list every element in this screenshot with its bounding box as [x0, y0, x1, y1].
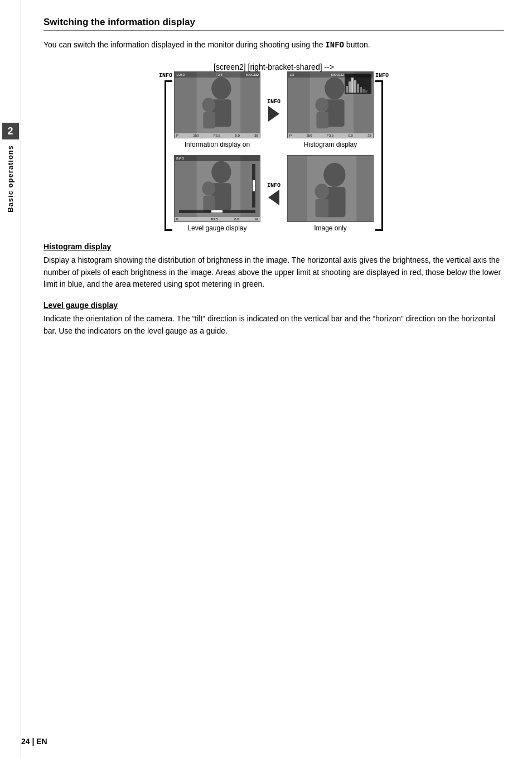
screen2-label: Histogram display — [304, 141, 357, 148]
svg-rect-35 — [356, 156, 373, 221]
screen3: INFO PF3.50.0M — [174, 155, 260, 222]
arrow-left-icon — [268, 190, 279, 205]
svg-rect-5 — [175, 72, 196, 138]
level-h-bar — [179, 210, 255, 213]
info-label-top: INFO — [267, 99, 280, 105]
svg-rect-6 — [240, 72, 259, 138]
screen1: 1/250F3.50.0 P250F3.50.038 6000232 — [174, 71, 260, 138]
screen1-label: Information display on — [185, 141, 250, 148]
screen1-wrapper: 1/250F3.50.0 P250F3.50.038 6000232 Infor… — [174, 71, 260, 148]
info-label-right: INFO — [375, 73, 389, 79]
chapter-label: Basic operations — [6, 145, 14, 213]
screen1-top-right: 6000232 — [246, 73, 259, 76]
intro-paragraph: You can switch the information displayed… — [43, 39, 504, 51]
svg-point-30 — [323, 163, 345, 187]
svg-point-23 — [211, 161, 231, 183]
svg-rect-12 — [288, 72, 309, 138]
info-button-label: INFO — [325, 41, 344, 50]
screen2: 1/3 P250F3.50.038 6000232 — [287, 71, 374, 138]
level-gauge-section-title: Level gauge display — [43, 301, 504, 310]
svg-rect-11 — [316, 112, 328, 129]
sidebar: 2 Basic operations — [0, 0, 21, 757]
svg-point-25 — [202, 181, 215, 196]
level-v-bar — [252, 164, 255, 208]
level-gauge-section-body: Indicate the orientation of the camera. … — [43, 313, 504, 337]
screen2-bottom-bar: P250F3.50.038 — [288, 133, 373, 138]
svg-point-10 — [315, 98, 328, 112]
chapter-number: 2 — [2, 123, 19, 139]
screen2-top-left: 6000232 — [331, 73, 344, 76]
arrow-right-icon — [268, 106, 279, 122]
main-content: Switching the information display You ca… — [21, 0, 532, 365]
svg-rect-16 — [351, 78, 354, 93]
svg-rect-33 — [315, 199, 328, 217]
svg-rect-20 — [362, 89, 365, 93]
screen3-wrapper: INFO PF3.50.0M Level gauge display — [174, 155, 260, 232]
page-suffix: | EN — [30, 737, 47, 746]
svg-rect-19 — [360, 87, 362, 93]
svg-rect-4 — [203, 112, 215, 129]
svg-point-8 — [325, 78, 344, 99]
svg-rect-17 — [354, 80, 356, 93]
page-number: 24 | EN — [21, 737, 47, 746]
section-title: Switching the information display — [43, 17, 504, 31]
screen1-bottom-bar: P250F3.50.038 — [175, 133, 260, 138]
diagram-container: [screen2] [right-bracket-shared] --> INF… — [43, 62, 504, 232]
svg-point-3 — [202, 98, 215, 112]
intro-text: You can switch the information displayed… — [43, 40, 323, 49]
svg-rect-18 — [357, 84, 359, 93]
screen3-label: Level gauge display — [187, 224, 246, 232]
svg-point-1 — [211, 78, 231, 99]
svg-point-32 — [315, 184, 329, 199]
screen4-wrapper: Image only — [287, 155, 374, 232]
info-label-bottom: INFO — [267, 182, 280, 189]
svg-rect-14 — [346, 86, 348, 93]
screen2-wrapper: 1/3 P250F3.50.038 6000232 Histogram disp… — [287, 71, 374, 148]
page-num-value: 24 — [21, 737, 30, 746]
info-label-left: INFO — [159, 73, 172, 79]
arrow1: INFO — [267, 99, 280, 122]
button-suffix: button. — [344, 40, 370, 49]
screen4-label: Image only — [314, 224, 347, 232]
arrow2: INFO — [267, 182, 280, 205]
histogram-section-title: Histogram display — [43, 242, 504, 251]
screen3-top-bar: INFO — [175, 156, 260, 161]
screen4 — [287, 155, 374, 222]
svg-rect-15 — [349, 81, 351, 93]
svg-rect-21 — [365, 90, 367, 93]
screen3-bottom-bar: PF3.50.0M — [175, 217, 260, 221]
svg-rect-34 — [288, 156, 307, 221]
histogram-section-body: Display a histogram showing the distribu… — [43, 254, 504, 291]
screen2-top-bar: 1/3 — [288, 72, 373, 78]
